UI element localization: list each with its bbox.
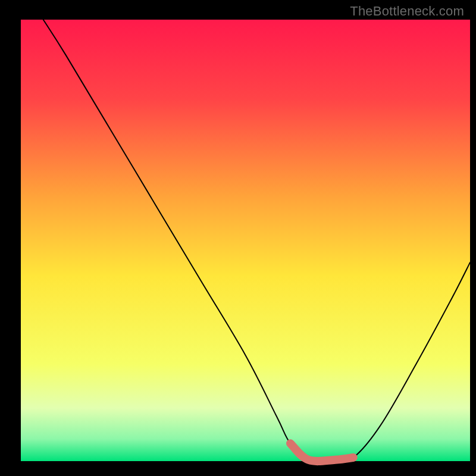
chart-plot-background [21, 20, 470, 461]
chart-container: TheBottleneck.com [0, 0, 476, 476]
bottleneck-chart [0, 0, 476, 476]
watermark-text: TheBottleneck.com [350, 4, 464, 19]
